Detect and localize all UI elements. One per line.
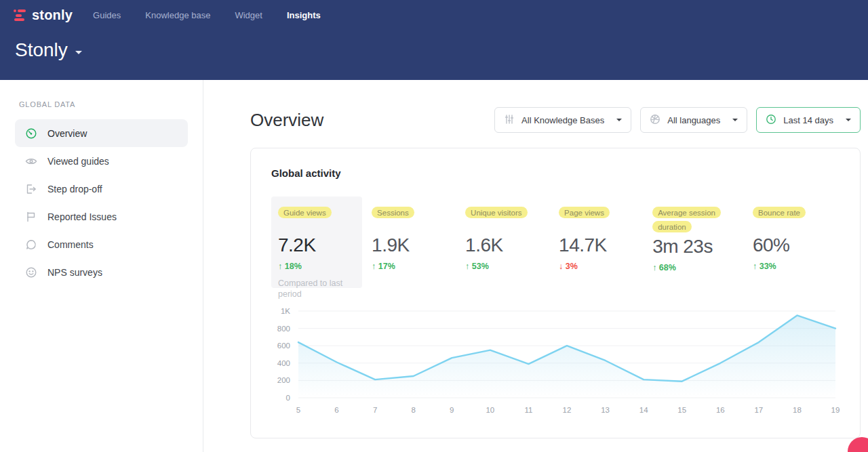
activity-area-chart[interactable]: 1K80060040020005678910111213141516171819 xyxy=(271,303,840,422)
chevron-down-icon xyxy=(846,119,851,121)
language-filter-dropdown[interactable]: All languages xyxy=(640,107,747,133)
metrics-row: Guide views 7.2K ↑ 18% Compared to last … xyxy=(271,197,840,288)
filter-value: Last 14 days xyxy=(783,115,833,125)
metric-label: Unique visitors xyxy=(465,207,527,218)
filter-value: All Knowledge Bases xyxy=(521,115,604,125)
date-range-filter-dropdown[interactable]: Last 14 days xyxy=(756,107,861,133)
svg-text:6: 6 xyxy=(334,406,338,414)
svg-text:0: 0 xyxy=(286,394,290,402)
arrow-up-icon: ↑ xyxy=(652,263,656,272)
workspace-title: Stonly xyxy=(15,39,68,61)
svg-text:8: 8 xyxy=(412,406,416,414)
sliders-icon xyxy=(504,114,515,127)
eye-icon xyxy=(25,155,37,167)
metric-change: ↑ 53% xyxy=(465,262,545,271)
metric-label: Sessions xyxy=(372,207,414,218)
smiley-icon xyxy=(25,266,37,279)
metric-label: Average session duration xyxy=(652,207,721,232)
arrow-up-icon: ↑ xyxy=(465,262,469,271)
card-title: Global activity xyxy=(271,167,840,179)
svg-text:5: 5 xyxy=(296,406,300,414)
sidebar-item-label: Step drop-off xyxy=(47,184,102,194)
svg-text:400: 400 xyxy=(277,359,290,367)
stonly-logo-text: stonly xyxy=(32,7,73,23)
metric-change: ↑ 68% xyxy=(652,263,739,272)
svg-text:200: 200 xyxy=(277,376,290,384)
sidebar-item-comments[interactable]: Comments xyxy=(15,230,188,258)
sidebar-item-overview[interactable]: Overview xyxy=(15,119,188,147)
chevron-down-icon xyxy=(732,119,738,121)
sidebar-item-step-drop-off[interactable]: Step drop-off xyxy=(15,175,188,203)
metric-bounce-rate[interactable]: Bounce rate 60% ↑ 33% xyxy=(746,197,840,288)
metric-value: 1.9K xyxy=(372,234,452,256)
gauge-icon xyxy=(25,127,37,140)
sidebar-item-nps-surveys[interactable]: NPS surveys xyxy=(15,258,188,286)
metric-change: ↑ 17% xyxy=(372,262,452,271)
sidebar-item-label: Viewed guides xyxy=(47,156,109,167)
metric-value: 60% xyxy=(753,234,833,256)
chevron-down-icon xyxy=(75,51,82,54)
metric-note: Compared to last period xyxy=(278,278,349,300)
svg-text:16: 16 xyxy=(716,406,725,414)
metric-guide-views[interactable]: Guide views 7.2K ↑ 18% Compared to last … xyxy=(271,197,362,288)
knowledge-base-filter-dropdown[interactable]: All Knowledge Bases xyxy=(494,107,631,133)
filter-value: All languages xyxy=(667,115,720,125)
sidebar-item-label: Reported Issues xyxy=(47,211,117,222)
arrow-up-icon: ↑ xyxy=(753,262,757,271)
arrow-down-icon: ↓ xyxy=(559,262,563,271)
svg-text:600: 600 xyxy=(277,342,290,350)
sidebar-item-label: Comments xyxy=(47,239,94,250)
svg-text:7: 7 xyxy=(373,406,377,414)
main-content: Overview All Knowledge Bases All languag… xyxy=(203,80,868,452)
page-title: Overview xyxy=(250,110,323,131)
globe-icon xyxy=(650,114,660,127)
arrow-up-icon: ↑ xyxy=(278,262,282,271)
clock-icon xyxy=(766,114,776,127)
metric-change: ↑ 33% xyxy=(753,262,833,271)
filter-bar: All Knowledge Bases All languages Last 1… xyxy=(494,107,861,133)
nav-item-guides[interactable]: Guides xyxy=(93,10,121,20)
stonly-logo-icon xyxy=(14,9,27,21)
metric-label: Page views xyxy=(559,207,610,218)
flag-icon xyxy=(25,211,37,223)
step-exit-icon xyxy=(25,183,37,195)
area-chart-canvas: 1K80060040020005678910111213141516171819 xyxy=(271,303,841,419)
nav-item-knowledge-base[interactable]: Knowledge base xyxy=(145,10,210,20)
svg-text:9: 9 xyxy=(450,406,454,414)
metric-value: 7.2K xyxy=(278,234,355,256)
metric-average-session-duration[interactable]: Average session duration 3m 23s ↑ 68% xyxy=(646,197,746,288)
workspace-switcher[interactable]: Stonly xyxy=(15,39,82,61)
svg-text:12: 12 xyxy=(563,406,572,414)
metric-sessions[interactable]: Sessions 1.9K ↑ 17% xyxy=(365,197,458,288)
app-header: stonly Guides Knowledge base Widget Insi… xyxy=(0,0,868,80)
sidebar-item-label: NPS surveys xyxy=(47,267,102,278)
metric-unique-visitors[interactable]: Unique visitors 1.6K ↑ 53% xyxy=(458,197,552,288)
metric-change: ↓ 3% xyxy=(559,262,639,271)
stonly-logo[interactable]: stonly xyxy=(14,7,73,23)
arrow-up-icon: ↑ xyxy=(372,262,376,271)
chevron-down-icon xyxy=(616,119,622,121)
metric-label: Guide views xyxy=(278,207,332,218)
svg-text:19: 19 xyxy=(831,406,840,414)
svg-text:1K: 1K xyxy=(281,307,290,315)
sidebar-item-viewed-guides[interactable]: Viewed guides xyxy=(15,147,188,175)
top-nav: stonly Guides Knowledge base Widget Insi… xyxy=(14,0,854,27)
svg-text:800: 800 xyxy=(277,325,290,333)
metric-page-views[interactable]: Page views 14.7K ↓ 3% xyxy=(552,197,646,288)
sidebar-item-label: Overview xyxy=(47,128,87,139)
svg-text:11: 11 xyxy=(524,406,532,414)
sidebar-section-label: GLOBAL DATA xyxy=(0,100,203,108)
sidebar-item-reported-issues[interactable]: Reported Issues xyxy=(15,203,188,230)
svg-text:10: 10 xyxy=(486,406,494,414)
sidebar: GLOBAL DATA Overview Viewed guides Step … xyxy=(0,80,203,452)
metric-value: 1.6K xyxy=(465,234,545,256)
nav-item-widget[interactable]: Widget xyxy=(235,10,262,20)
nav-item-insights[interactable]: Insights xyxy=(287,10,321,20)
svg-text:14: 14 xyxy=(639,406,648,414)
global-activity-card: Global activity Guide views 7.2K ↑ 18% C… xyxy=(250,148,861,438)
metric-label: Bounce rate xyxy=(753,207,806,218)
svg-text:18: 18 xyxy=(793,406,802,414)
metric-value: 3m 23s xyxy=(652,236,739,258)
svg-text:15: 15 xyxy=(677,406,686,414)
svg-text:17: 17 xyxy=(754,406,763,414)
